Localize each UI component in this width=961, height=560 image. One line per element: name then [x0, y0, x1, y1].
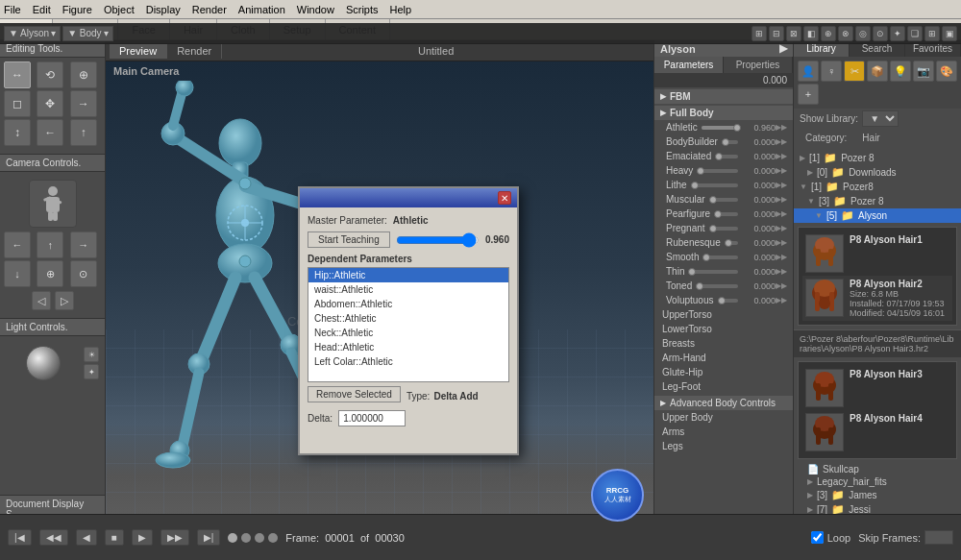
hair-item-4[interactable]: P8 Alyson Hair4 — [802, 410, 952, 454]
loop-checkbox[interactable] — [811, 531, 824, 544]
vp-icon-8[interactable]: ⊙ — [873, 26, 888, 41]
menu-help[interactable]: Help — [390, 4, 412, 15]
tree-item-skullcap[interactable]: 📄 Skullcap — [794, 463, 961, 475]
vp-icon-4[interactable]: ◧ — [803, 26, 819, 41]
body-part-armhand[interactable]: Arm-Hand — [654, 351, 793, 365]
lib-icon-prop[interactable]: 📦 — [867, 61, 888, 82]
param-slider-emaciated[interactable] — [715, 155, 738, 158]
alyson-dropdown[interactable]: ▼ Alyson ▾ — [4, 26, 61, 41]
tool-btn-chain[interactable]: ↕ — [4, 119, 31, 146]
param-slider-pearfigure[interactable] — [714, 212, 738, 216]
body-part-breasts[interactable]: Breasts — [654, 336, 793, 351]
param-slider-pregnant[interactable] — [709, 227, 738, 231]
hair-item-3[interactable]: P8 Alyson Hair3 — [802, 366, 952, 410]
tab-render[interactable]: Render — [167, 43, 222, 59]
param-list-item-1[interactable]: waist::Athletic — [308, 282, 508, 297]
tool-btn-group[interactable]: ← — [37, 119, 63, 146]
cam-btn-left[interactable]: ← — [4, 231, 31, 258]
param-slider-athletic[interactable] — [702, 126, 738, 130]
vp-icon-7[interactable]: ◎ — [855, 26, 871, 41]
cam-btn-pan[interactable]: ⊙ — [70, 260, 97, 287]
tab-preview[interactable]: Preview — [110, 43, 167, 59]
tool-btn-translate[interactable]: ↔ — [4, 61, 31, 88]
param-slider-heavy[interactable] — [697, 169, 738, 173]
body-part-legs[interactable]: Legs — [654, 439, 793, 453]
param-slider-lithe[interactable] — [691, 183, 738, 187]
tree-item-legacy[interactable]: ▶ Legacy_hair_fits — [794, 475, 961, 488]
tree-item-pozer8-sub[interactable]: ▼ [3] 📁 Pozer 8 — [794, 194, 961, 208]
vp-icon-6[interactable]: ⊗ — [838, 26, 853, 41]
param-slider-bodybuilder[interactable] — [722, 140, 738, 144]
param-list-item-4[interactable]: Neck::Athletic — [308, 326, 508, 340]
param-list-item-2[interactable]: Abdomen::Athletic — [308, 297, 508, 311]
hair-item-1[interactable]: P8 Alyson Hair1 — [802, 231, 952, 276]
tool-btn-view[interactable]: ↑ — [70, 119, 97, 146]
vp-icon-2[interactable]: ⊟ — [769, 26, 784, 41]
tree-item-alyson[interactable]: ▼ [5] 📁 Alyson — [794, 208, 961, 223]
lib-icon-camera[interactable]: 📷 — [913, 61, 934, 82]
body-part-upperbody[interactable]: Upper Body — [654, 410, 793, 425]
full-body-section[interactable]: Full Body — [654, 106, 793, 120]
advanced-body-controls[interactable]: Advanced Body Controls — [654, 396, 793, 410]
play-start-button[interactable]: |◀ — [8, 529, 32, 546]
menu-file[interactable]: File — [4, 4, 21, 15]
vp-icon-10[interactable]: ❑ — [907, 26, 923, 41]
tree-item-downloads[interactable]: ▶ [0] 📁 Downloads — [794, 165, 961, 180]
lib-icon-light[interactable]: 💡 — [890, 61, 911, 82]
lib-icon-pose[interactable]: 👤 — [798, 61, 819, 82]
body-dropdown[interactable]: ▼ Body ▾ — [62, 26, 112, 41]
param-list-item-5[interactable]: Head::Athletic — [308, 340, 508, 354]
menu-edit[interactable]: Edit — [33, 4, 51, 15]
start-teaching-button[interactable]: Start Teaching — [308, 231, 390, 248]
menu-display[interactable]: Display — [146, 4, 181, 15]
param-slider-smooth[interactable] — [702, 256, 738, 259]
light-btn-1[interactable]: ☀ — [84, 347, 99, 362]
lib-icon-hair[interactable]: ✂ — [844, 61, 865, 82]
light-btn-2[interactable]: ✦ — [84, 364, 99, 379]
menu-render[interactable]: Render — [192, 4, 227, 15]
param-slider-rubenesque[interactable] — [725, 241, 738, 245]
menu-scripts[interactable]: Scripts — [346, 4, 379, 15]
tool-btn-point[interactable]: → — [70, 90, 97, 117]
modal-close-button[interactable]: ✕ — [498, 191, 511, 205]
viewport[interactable]: Main Camera — [106, 61, 653, 560]
menu-object[interactable]: Object — [104, 4, 135, 15]
lib-icon-material[interactable]: 🎨 — [936, 61, 957, 82]
param-list-item-6[interactable]: Left Colar::Athletic — [308, 354, 508, 369]
cam-btn-up[interactable]: ↑ — [37, 231, 63, 258]
body-part-uppertorso[interactable]: UpperTorso — [654, 307, 793, 322]
cam-btn-right[interactable]: → — [70, 231, 97, 258]
param-slider-voluptuous[interactable] — [718, 299, 739, 303]
tab-properties[interactable]: Properties — [724, 57, 793, 73]
param-slider-toned[interactable] — [696, 284, 738, 288]
master-param-slider[interactable] — [396, 232, 480, 248]
tree-item-pozer8-2[interactable]: ▼ [1] 📁 Pozer8 — [794, 180, 961, 194]
tree-item-pozer8-1[interactable]: ▶ [1] 📁 Pozer 8 — [794, 151, 961, 165]
tab-parameters[interactable]: Parameters — [654, 57, 724, 73]
tool-btn-scale[interactable]: ⊕ — [70, 61, 97, 88]
dependent-params-list[interactable]: Hip::Athletic waist::Athletic Abdomen::A… — [308, 267, 509, 382]
menu-figure[interactable]: Figure — [62, 4, 92, 15]
tree-item-james[interactable]: ▶ [3] 📁 James — [794, 488, 961, 502]
body-part-legfoot[interactable]: Leg-Foot — [654, 379, 793, 394]
hair-item-2[interactable]: P8 Alyson Hair2 Size: 6.8 MB Installed: … — [802, 276, 952, 321]
vp-icon-3[interactable]: ⊠ — [786, 26, 801, 41]
tool-btn-direct[interactable]: ✥ — [37, 90, 63, 117]
fbm-section[interactable]: FBM — [654, 89, 793, 104]
vp-icon-5[interactable]: ⊕ — [821, 26, 836, 41]
body-part-arms[interactable]: Arms — [654, 425, 793, 439]
cam-btn-hands-right[interactable]: ▷ — [55, 291, 74, 310]
param-slider-muscular[interactable] — [709, 198, 738, 202]
skip-frames-input[interactable] — [924, 530, 953, 545]
play-back-button[interactable]: ◀ — [76, 529, 97, 546]
param-slider-thin[interactable] — [688, 270, 738, 274]
tool-btn-morph[interactable]: ◻ — [4, 90, 31, 117]
menu-animation[interactable]: Animation — [238, 4, 285, 15]
body-part-lowertorso[interactable]: LowerTorso — [654, 322, 793, 336]
param-list-item-0[interactable]: Hip::Athletic — [308, 268, 508, 282]
menu-window[interactable]: Window — [297, 4, 334, 15]
vp-icon-1[interactable]: ⊞ — [752, 26, 767, 41]
cam-btn-hands-left[interactable]: ◁ — [32, 291, 51, 310]
body-part-glutehip[interactable]: Glute-Hip — [654, 365, 793, 379]
cam-btn-down[interactable]: ↓ — [4, 260, 31, 287]
